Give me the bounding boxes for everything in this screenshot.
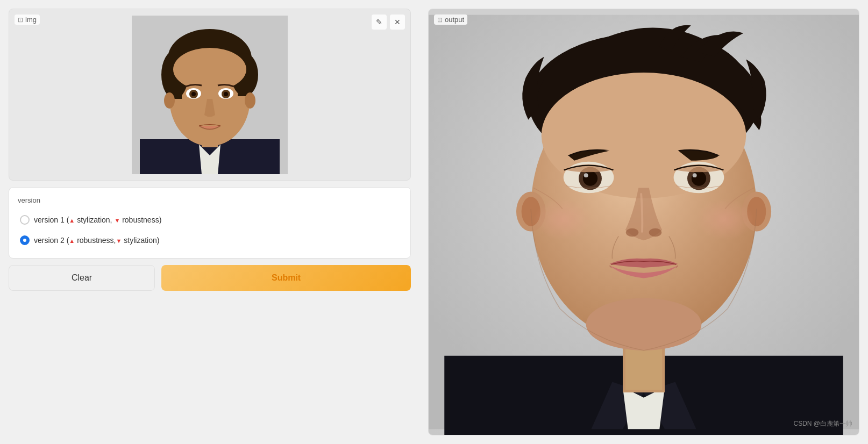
left-panel: ⊡ img ✎ ✕ [0,0,419,444]
svg-point-47 [586,298,702,350]
svg-point-19 [245,92,255,109]
v2-stylization-icon: ▼ [116,238,122,244]
close-button[interactable]: ✕ [390,15,405,30]
watermark: CSDN @白鹿第一帅 [793,419,852,428]
edit-button[interactable]: ✎ [372,15,387,30]
svg-point-42 [693,173,697,177]
version1-radio[interactable] [20,215,30,225]
right-panel: ⊡ output [419,0,868,444]
image-upload-box[interactable]: ⊡ img ✎ ✕ [9,9,411,181]
buttons-row: Clear Submit [9,265,411,291]
input-image [132,16,288,174]
v1-robustness-icon: ▼ [114,217,120,224]
clear-button[interactable]: Clear [9,265,155,291]
svg-point-38 [584,173,588,177]
version2-option[interactable]: version 2 (▲ robustness,▼ stylization) [18,231,402,249]
input-face-svg [132,16,288,174]
output-label: ⊡ output [434,15,467,25]
svg-point-45 [533,198,591,240]
version-label: version [18,196,402,204]
version2-radio[interactable] [20,235,30,245]
v1-stylization-icon: ▲ [69,217,75,224]
svg-point-37 [583,171,597,185]
svg-point-17 [224,92,228,96]
img-label: ⊡ img [15,15,40,25]
svg-point-11 [173,48,246,91]
v2-robustness-icon: ▲ [69,238,75,244]
output-image-icon: ⊡ [437,16,443,24]
output-portrait: CSDN @白鹿第一帅 [429,9,859,435]
version2-text: version 2 (▲ robustness,▼ stylization) [34,236,159,245]
svg-point-18 [164,92,175,109]
submit-button[interactable]: Submit [161,265,411,291]
svg-point-43 [626,228,638,237]
svg-point-44 [649,228,661,237]
svg-point-16 [191,92,196,96]
svg-point-46 [696,198,754,240]
version1-option[interactable]: version 1 (▲ stylization, ▼ robustness) [18,211,402,229]
image-actions: ✎ ✕ [372,15,405,30]
output-box: ⊡ output [428,9,859,435]
svg-point-41 [692,171,706,185]
version-box: version version 1 (▲ stylization, ▼ robu… [9,187,411,259]
output-portrait-svg [429,9,859,435]
version1-text: version 1 (▲ stylization, ▼ robustness) [34,216,161,224]
image-icon: ⊡ [18,16,23,24]
